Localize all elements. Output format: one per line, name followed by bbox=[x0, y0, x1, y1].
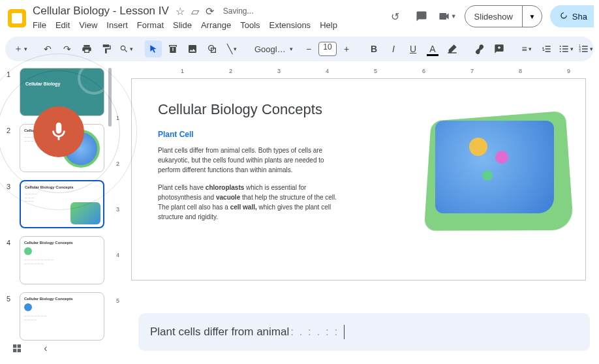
thumb-number: 4 bbox=[7, 239, 16, 247]
slide-thumbnail-5[interactable]: Cellular Biology Concepts — — — — — — ——… bbox=[20, 292, 104, 341]
thumb-number: 5 bbox=[7, 295, 16, 303]
voice-mic-button[interactable] bbox=[33, 106, 84, 157]
voice-pending-dots: : . : . : : bbox=[290, 326, 339, 339]
font-name: Googl… bbox=[254, 44, 286, 54]
font-select[interactable]: Googl…▾ bbox=[251, 44, 290, 54]
thumb-number: 2 bbox=[7, 127, 16, 134]
ruler-horizontal: 1 2 3 4 5 6 7 8 9 bbox=[125, 64, 599, 76]
highlight-button[interactable] bbox=[444, 40, 461, 57]
undo-button[interactable]: ↶ bbox=[39, 40, 56, 57]
slide-thumbnail-4[interactable]: Cellular Biology Concepts — — — — — — — … bbox=[20, 236, 104, 284]
add-comment-button[interactable] bbox=[491, 40, 508, 57]
line-spacing-button[interactable] bbox=[538, 40, 555, 57]
numbered-list-button[interactable]: 123▾ bbox=[577, 40, 594, 57]
shape-tool[interactable] bbox=[204, 40, 221, 57]
doc-title[interactable]: Cellular Biology - Lesson IV bbox=[33, 5, 169, 18]
slideshow-caret[interactable]: ▼ bbox=[522, 6, 542, 27]
line-tool[interactable]: ╲▾ bbox=[223, 40, 240, 57]
menu-edit[interactable]: Edit bbox=[55, 20, 70, 30]
present-camera-icon[interactable]: ▼ bbox=[438, 7, 457, 25]
link-button[interactable] bbox=[471, 40, 488, 57]
select-tool[interactable] bbox=[145, 40, 162, 57]
star-icon[interactable]: ☆ bbox=[176, 5, 185, 18]
size-increase[interactable]: + bbox=[338, 40, 355, 57]
align-button[interactable]: ≡▾ bbox=[518, 40, 535, 57]
slides-logo[interactable] bbox=[5, 7, 29, 30]
voice-transcript: Plant cells differ from animal bbox=[150, 326, 289, 339]
svg-text:3: 3 bbox=[579, 50, 581, 53]
history-icon[interactable]: ↺ bbox=[386, 7, 405, 25]
cloud-saving-icon: ⟳ bbox=[206, 5, 214, 18]
thumbnails-scrollbar[interactable] bbox=[108, 68, 112, 127]
more-tools-button[interactable]: ⋮ bbox=[596, 40, 599, 57]
share-button[interactable]: Sha bbox=[550, 5, 594, 27]
bullet-list-button[interactable]: ▾ bbox=[557, 40, 574, 57]
svg-point-3 bbox=[559, 48, 561, 50]
menu-arrange[interactable]: Arrange bbox=[201, 20, 231, 30]
slideshow-button[interactable]: Slideshow bbox=[465, 6, 522, 27]
size-decrease[interactable]: − bbox=[300, 40, 317, 57]
grid-view-button[interactable] bbox=[8, 339, 26, 357]
menu-insert[interactable]: Insert bbox=[106, 20, 128, 30]
share-label: Sha bbox=[572, 12, 587, 22]
saving-status: Saving... bbox=[223, 7, 254, 16]
menu-view[interactable]: View bbox=[79, 20, 97, 30]
voice-typing-bar[interactable]: Plant cells differ from animal : . : . :… bbox=[138, 313, 590, 351]
svg-point-2 bbox=[559, 46, 561, 47]
bold-button[interactable]: B bbox=[365, 40, 382, 57]
italic-button[interactable]: I bbox=[385, 40, 402, 57]
print-button[interactable] bbox=[78, 40, 95, 57]
toolbar: ＋▾ ↶ ↷ ▾ ╲▾ Googl…▾ − 10 + B I U A bbox=[5, 37, 594, 61]
textbox-tool[interactable] bbox=[164, 40, 181, 57]
slide-paragraph-2[interactable]: Plant cells have chloroplasts which is e… bbox=[158, 183, 341, 222]
menu-help[interactable]: Help bbox=[320, 20, 337, 30]
font-size-input[interactable]: 10 bbox=[318, 42, 337, 56]
menu-extensions[interactable]: Extensions bbox=[269, 20, 311, 30]
zoom-button[interactable]: ▾ bbox=[117, 40, 134, 57]
new-slide-button[interactable]: ＋▾ bbox=[12, 40, 29, 57]
menu-tools[interactable]: Tools bbox=[240, 20, 260, 30]
voice-cursor bbox=[344, 325, 345, 339]
redo-button[interactable]: ↷ bbox=[59, 40, 76, 57]
svg-point-4 bbox=[559, 51, 561, 52]
collapse-panel-button[interactable]: ‹ bbox=[37, 339, 55, 357]
menu-format[interactable]: Format bbox=[137, 20, 164, 30]
move-icon[interactable]: ▱ bbox=[191, 5, 199, 18]
thumb-number: 1 bbox=[7, 70, 16, 78]
text-color-button[interactable]: A bbox=[424, 40, 441, 57]
slide-thumbnail-3[interactable]: Cellular Biology Concepts — — — —— — —— … bbox=[20, 180, 104, 228]
underline-button[interactable]: U bbox=[405, 40, 422, 57]
slide-paragraph-1[interactable]: Plant cells differ from animal cells. Bo… bbox=[158, 145, 341, 175]
paint-format-button[interactable] bbox=[98, 40, 115, 57]
slide-canvas[interactable]: Cellular Biology Concepts Plant Cell Pla… bbox=[131, 78, 586, 281]
menu-slide[interactable]: Slide bbox=[173, 20, 192, 30]
menu-file[interactable]: File bbox=[33, 20, 46, 30]
thumb-number: 3 bbox=[7, 183, 16, 190]
image-tool[interactable] bbox=[184, 40, 201, 57]
comments-icon[interactable] bbox=[412, 7, 431, 25]
plant-cell-illustration[interactable] bbox=[423, 112, 567, 229]
